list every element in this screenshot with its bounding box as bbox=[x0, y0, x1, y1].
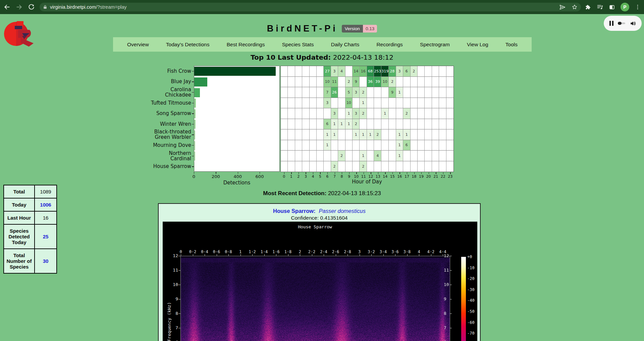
heatmap-cell bbox=[288, 151, 295, 161]
heatmap-cell bbox=[310, 140, 317, 151]
profile-avatar[interactable]: P bbox=[621, 3, 629, 11]
nav-item-view-log[interactable]: View Log bbox=[467, 42, 488, 48]
stats-label: Last Hour bbox=[4, 211, 35, 224]
heatmap-cell bbox=[432, 161, 439, 172]
nav-item-species-stats[interactable]: Species Stats bbox=[282, 42, 314, 48]
detected-species-link[interactable]: House Sparrow: bbox=[273, 208, 316, 214]
time-tick-label: 2·8 bbox=[344, 249, 351, 254]
heatmap-cell bbox=[302, 151, 309, 161]
nav-item-overview[interactable]: Overview bbox=[127, 42, 149, 48]
freq-tick bbox=[450, 256, 452, 256]
time-tick-label: 0·4 bbox=[201, 249, 208, 254]
heatmap-cell: 6 bbox=[403, 66, 410, 77]
media-playlist-icon[interactable] bbox=[597, 4, 603, 10]
nav-item-best-recordings[interactable]: Best Recordings bbox=[227, 42, 265, 48]
species-label: Mourning Dove bbox=[136, 140, 191, 151]
nav-item-recordings[interactable]: Recordings bbox=[376, 42, 402, 48]
hour-tick bbox=[320, 172, 320, 174]
heatmap-cell bbox=[331, 151, 338, 161]
heatmap-cell bbox=[317, 119, 324, 130]
forward-icon[interactable] bbox=[14, 2, 24, 12]
stats-table: Total1089Today1006Last Hour16Species Det… bbox=[3, 185, 57, 274]
nav-item-spectrogram[interactable]: Spectrogram bbox=[420, 42, 450, 48]
heatmap-cell bbox=[411, 98, 418, 109]
heatmap-cell bbox=[418, 77, 425, 88]
heatmap-cell: 1 bbox=[396, 87, 403, 98]
x-tick-label: 0 bbox=[193, 174, 195, 179]
hour-tick-label: 15 bbox=[390, 174, 395, 179]
freq-tick bbox=[450, 314, 452, 314]
heatmap-cell: 1 bbox=[331, 119, 338, 130]
heatmap-axis-label: Hour of Day bbox=[352, 179, 382, 185]
hour-tick bbox=[306, 172, 306, 174]
nav-item-daily-charts[interactable]: Daily Charts bbox=[331, 42, 359, 48]
time-tick bbox=[419, 254, 419, 256]
heatmap-cell bbox=[425, 98, 432, 109]
heatmap-cell bbox=[310, 98, 317, 109]
star-icon[interactable] bbox=[572, 4, 578, 10]
audio-player[interactable] bbox=[604, 16, 642, 31]
side-panel-icon[interactable] bbox=[609, 4, 615, 10]
heatmap-cell bbox=[439, 98, 446, 109]
heatmap-cell bbox=[310, 119, 317, 130]
stats-value[interactable]: 25 bbox=[35, 224, 57, 249]
species-label: House Sparrow bbox=[136, 161, 191, 172]
nav-item-today-s-detections[interactable]: Today's Detections bbox=[166, 42, 210, 48]
heatmap-cell: 2 bbox=[360, 161, 367, 172]
reload-icon[interactable] bbox=[26, 2, 36, 12]
extensions-puzzle-icon[interactable] bbox=[585, 4, 591, 10]
heatmap-cell bbox=[425, 66, 432, 77]
time-tick-label: 1·8 bbox=[284, 249, 292, 254]
heatmap-cell bbox=[288, 119, 295, 130]
hour-tick bbox=[313, 172, 313, 174]
time-tick bbox=[228, 254, 229, 256]
nav-item-tools[interactable]: Tools bbox=[505, 42, 518, 48]
url-bar[interactable]: virginia.birdnetpi.com/?stream=play bbox=[40, 3, 581, 11]
heatmap-cell: 3 bbox=[396, 66, 403, 77]
heatmap-cell bbox=[310, 129, 317, 140]
stats-value[interactable]: 30 bbox=[35, 249, 57, 273]
heatmap-cell bbox=[418, 87, 425, 98]
send-icon[interactable] bbox=[559, 4, 566, 10]
freq-tick-label: 6 bbox=[444, 340, 452, 341]
heatmap-cell bbox=[324, 151, 331, 161]
species-label: NorthernCardinal bbox=[136, 151, 191, 161]
volume-icon[interactable] bbox=[630, 20, 636, 27]
heatmap-cell bbox=[295, 66, 302, 77]
heatmap-cell bbox=[432, 66, 439, 77]
species-label: Tufted Titmouse bbox=[136, 98, 191, 108]
heatmap-cell bbox=[439, 151, 446, 161]
db-tick-label: -30 bbox=[467, 287, 475, 292]
stats-row: Today1006 bbox=[4, 198, 57, 211]
menu-dots-icon[interactable] bbox=[635, 4, 641, 10]
time-tick-label: 2 bbox=[299, 249, 301, 254]
heatmap-cell: 68 bbox=[367, 66, 374, 77]
time-tick-label: 1·4 bbox=[261, 249, 268, 254]
hour-tick-label: 7 bbox=[333, 174, 336, 179]
detections-bar-plot bbox=[194, 66, 280, 172]
seek-slider[interactable] bbox=[618, 22, 625, 24]
freq-tick bbox=[178, 256, 180, 256]
spectrogram-image bbox=[180, 256, 450, 341]
heatmap-cell: 2 bbox=[345, 77, 353, 88]
back-icon[interactable] bbox=[2, 2, 12, 12]
colorbar bbox=[461, 257, 466, 341]
heatmap-cell: 6 bbox=[324, 119, 331, 130]
hour-tick bbox=[364, 172, 364, 174]
heatmap-cell bbox=[324, 108, 331, 119]
heatmap-cell: 10 bbox=[381, 77, 389, 88]
heatmap-cell: 9 bbox=[353, 77, 360, 88]
heatmap-cell bbox=[302, 77, 309, 88]
time-tick-label: 3 bbox=[358, 249, 361, 254]
hour-tick-label: 6 bbox=[326, 174, 329, 179]
toolbar-right: P bbox=[585, 3, 644, 11]
heatmap-cell bbox=[439, 108, 446, 119]
heatmap-cell: 3 bbox=[353, 108, 360, 119]
pause-icon[interactable] bbox=[609, 21, 613, 26]
hour-tick-label: 9 bbox=[348, 174, 350, 179]
hour-tick bbox=[392, 172, 393, 174]
heatmap-cell: 14 bbox=[353, 66, 360, 77]
hour-tick bbox=[371, 172, 371, 174]
stats-value[interactable]: 1006 bbox=[35, 198, 57, 211]
detections-bar bbox=[194, 152, 195, 161]
